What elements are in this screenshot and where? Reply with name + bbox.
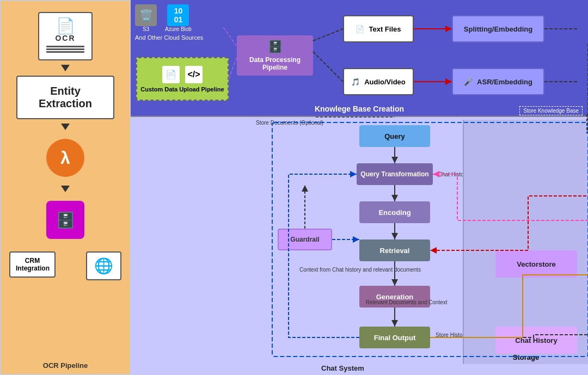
cloud-sources-label: And Other Cloud Sources	[135, 34, 203, 41]
custom-upload-box: 📄 </> Custom Data Upload Pipeline	[136, 57, 229, 101]
arrow-ocr-to-entity	[61, 65, 70, 71]
arrow-lambda-to-db	[61, 186, 70, 192]
storage-label: Storage	[513, 353, 539, 361]
data-processing-node: 🗄️ Data Processing Pipeline	[237, 35, 313, 76]
audio-video-node: 🎵 Audio/Video	[343, 68, 414, 95]
final-output-label: Final Output	[374, 334, 416, 342]
asr-node: 🎤 ASR/Embedding	[452, 68, 544, 95]
cloud-sources: 🗑️ S3 1001 Azure Blob And Other Cloud So…	[135, 4, 203, 41]
retrieval-label: Retrieval	[380, 247, 410, 255]
s3-label: S3	[143, 26, 149, 32]
chat-history-label: Chat History	[515, 336, 557, 345]
ocr-line-1	[46, 46, 84, 47]
encoding-node: Encoding	[359, 201, 430, 223]
entity-extraction-box: Entity Extraction	[16, 76, 114, 119]
azure-icon: 1001	[167, 4, 189, 26]
cloud-icons-row: 🗑️ S3 1001 Azure Blob	[135, 4, 203, 32]
custom-upload-label: Custom Data Upload Pipeline	[140, 86, 224, 93]
text-files-node: 📄 Text Files	[343, 15, 414, 42]
lambda-node: λ	[46, 139, 84, 177]
chat-history-node: Chat History	[495, 327, 577, 354]
azure-cloud-icon: 1001 Azure Blob	[165, 4, 192, 32]
document-icon: 📄	[56, 19, 75, 34]
crm-label: CRMIntegration	[16, 257, 50, 272]
ocr-line-2	[46, 48, 84, 50]
query-node: Query	[359, 125, 430, 147]
s3-icon: 🗑️	[135, 4, 157, 26]
svg-line-1	[229, 57, 237, 79]
svg-line-0	[223, 27, 237, 46]
svg-line-2	[313, 29, 343, 41]
knowledge-base-section: 🗑️ S3 1001 Azure Blob And Other Cloud So…	[131, 0, 588, 117]
query-transform-node: Query Transformation	[357, 163, 433, 185]
text-files-label: Text Files	[369, 25, 401, 33]
query-transform-label: Query Transformation	[360, 170, 428, 178]
svg-line-3	[313, 52, 343, 82]
vectorstore-label: Vectorstore	[517, 260, 556, 268]
relevant-docs-label: Relevant Documents and Context	[366, 299, 448, 305]
left-panel: 📄 OCR Entity Extraction λ 🗄️	[0, 0, 131, 375]
splitting-label: Splitting/Embedding	[464, 25, 532, 33]
left-flow: λ 🗄️ CRMIntegration 🌐	[9, 119, 121, 280]
right-panel: 🗑️ S3 1001 Azure Blob And Other Cloud So…	[131, 0, 588, 375]
s3-cloud-icon: 🗑️ S3	[135, 4, 157, 32]
ocr-box: 📄 OCR	[38, 12, 93, 60]
crm-box: CRMIntegration	[9, 251, 56, 278]
ocr-label: OCR	[55, 34, 75, 42]
retrieval-node: Retrieval	[359, 239, 430, 261]
pipeline-db-icon: 🗄️	[243, 40, 307, 54]
guardrail-label: Guardrail	[290, 236, 319, 243]
ocr-line-3	[46, 51, 84, 53]
ocr-lines	[46, 45, 84, 54]
final-output-node: Final Output	[359, 327, 430, 348]
data-pipeline-label: Data Processing Pipeline	[249, 56, 301, 71]
network-icon: 🌐	[94, 257, 113, 275]
network-icon-box: 🌐	[86, 251, 121, 280]
asr-label: ASR/Embedding	[477, 78, 532, 86]
audio-video-label: Audio/Video	[364, 78, 406, 86]
mic-icon: 🎤	[464, 78, 473, 86]
custom-upload-icons: 📄 </>	[162, 66, 203, 83]
ocr-pipeline-label: OCR Pipeline	[43, 361, 88, 370]
text-file-icon: 📄	[356, 25, 364, 33]
lambda-symbol: λ	[60, 148, 70, 168]
upload-doc-icon: 📄	[162, 66, 180, 83]
storage-area: Vectorstore Relevant Documents and Conte…	[463, 120, 588, 364]
store-kb-label: Store Knowledge Base	[519, 106, 583, 115]
encoding-label: Encoding	[378, 208, 411, 217]
guardrail-node: Guardrail	[278, 229, 332, 250]
main-container: 📄 OCR Entity Extraction λ 🗄️	[0, 0, 588, 375]
azure-label: Azure Blob	[165, 26, 192, 32]
entity-extraction-title: Entity Extraction	[39, 85, 92, 109]
vectorstore-node: Vectorstore	[495, 250, 577, 278]
chat-system-label: Chat System	[321, 364, 364, 372]
database-icon: 🗄️	[46, 201, 84, 239]
context-label: Context from Chat history and relevant d…	[299, 267, 421, 273]
db-symbol: 🗄️	[56, 211, 75, 229]
knowledge-base-label: Knowlege Base Creation	[315, 104, 404, 113]
store-docs-label: Store Documents (Optional)	[256, 120, 323, 126]
arrow-entity-to-lambda	[61, 124, 70, 130]
upload-code-icon: </>	[185, 66, 203, 83]
audio-icon: 🎵	[351, 78, 360, 86]
splitting-node: Splitting/Embedding	[452, 15, 544, 42]
query-label: Query	[384, 132, 405, 140]
